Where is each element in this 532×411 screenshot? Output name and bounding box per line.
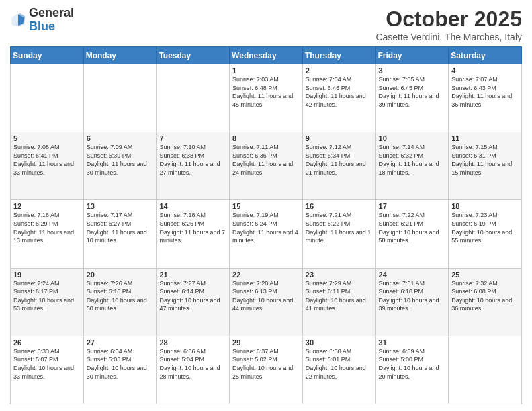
- day-number: 25: [451, 271, 519, 279]
- day-info: Sunrise: 7:17 AM Sunset: 6:27 PM Dayligh…: [87, 211, 154, 244]
- sunrise-text: Sunrise: 6:39 AM: [379, 348, 425, 355]
- daylight-text: Daylight: 10 hours and 44 minutes.: [232, 297, 293, 312]
- day-number: 20: [87, 271, 154, 279]
- day-number: 19: [13, 271, 81, 279]
- sunset-text: Sunset: 6:19 PM: [451, 220, 496, 227]
- month-title: October 2025: [375, 7, 522, 32]
- day-info: Sunrise: 7:28 AM Sunset: 6:13 PM Dayligh…: [232, 279, 300, 313]
- sunset-text: Sunset: 6:13 PM: [232, 288, 277, 295]
- day-number: 27: [87, 338, 154, 347]
- sunset-text: Sunset: 6:29 PM: [13, 220, 58, 227]
- location: Casette Verdini, The Marches, Italy: [375, 32, 522, 42]
- day-info: Sunrise: 7:19 AM Sunset: 6:24 PM Dayligh…: [232, 211, 300, 244]
- sunrise-text: Sunrise: 6:38 AM: [306, 348, 352, 355]
- sunset-text: Sunset: 6:22 PM: [306, 220, 351, 227]
- table-row: 23 Sunrise: 7:29 AM Sunset: 6:11 PM Dayl…: [302, 268, 375, 336]
- sunrise-text: Sunrise: 7:05 AM: [379, 76, 425, 83]
- calendar-header-row: Sunday Monday Tuesday Wednesday Thursday…: [11, 47, 522, 64]
- sunset-text: Sunset: 6:45 PM: [379, 85, 424, 91]
- day-number: 22: [232, 271, 300, 279]
- day-number: 14: [159, 202, 226, 210]
- daylight-text: Daylight: 11 hours and 13 minutes.: [13, 229, 74, 244]
- sunset-text: Sunset: 6:10 PM: [379, 288, 424, 295]
- day-info: Sunrise: 7:05 AM Sunset: 6:45 PM Dayligh…: [379, 75, 446, 109]
- sunrise-text: Sunrise: 6:33 AM: [13, 348, 60, 355]
- daylight-text: Daylight: 11 hours and 45 minutes.: [232, 93, 293, 108]
- day-info: Sunrise: 7:16 AM Sunset: 6:29 PM Dayligh…: [13, 211, 81, 244]
- sunrise-text: Sunrise: 7:14 AM: [379, 144, 425, 150]
- daylight-text: Daylight: 10 hours and 20 minutes.: [379, 365, 439, 380]
- sunrise-text: Sunrise: 7:32 AM: [451, 280, 498, 287]
- table-row: 13 Sunrise: 7:17 AM Sunset: 6:27 PM Dayl…: [83, 200, 157, 268]
- table-row: 26 Sunrise: 6:33 AM Sunset: 5:07 PM Dayl…: [11, 336, 84, 404]
- daylight-text: Daylight: 11 hours and 10 minutes.: [87, 229, 147, 244]
- day-info: Sunrise: 7:23 AM Sunset: 6:19 PM Dayligh…: [451, 211, 519, 244]
- sunrise-text: Sunrise: 7:28 AM: [232, 280, 279, 287]
- col-tuesday: Tuesday: [157, 47, 230, 64]
- table-row: 31 Sunrise: 6:39 AM Sunset: 5:00 PM Dayl…: [375, 336, 449, 404]
- sunset-text: Sunset: 5:01 PM: [306, 356, 351, 363]
- sunset-text: Sunset: 6:41 PM: [13, 152, 58, 159]
- table-row: [83, 64, 157, 132]
- calendar-week-row: 1 Sunrise: 7:03 AM Sunset: 6:48 PM Dayli…: [11, 64, 522, 132]
- sunrise-text: Sunrise: 7:21 AM: [306, 212, 352, 218]
- day-info: Sunrise: 7:03 AM Sunset: 6:48 PM Dayligh…: [232, 75, 300, 109]
- sunset-text: Sunset: 6:36 PM: [232, 152, 277, 159]
- day-info: Sunrise: 7:09 AM Sunset: 6:39 PM Dayligh…: [87, 143, 154, 177]
- sunrise-text: Sunrise: 7:03 AM: [232, 76, 279, 83]
- table-row: 11 Sunrise: 7:15 AM Sunset: 6:31 PM Dayl…: [449, 132, 522, 200]
- day-info: Sunrise: 7:11 AM Sunset: 6:36 PM Dayligh…: [232, 143, 300, 177]
- sunset-text: Sunset: 6:08 PM: [451, 288, 496, 295]
- sunrise-text: Sunrise: 7:22 AM: [379, 212, 425, 218]
- table-row: 12 Sunrise: 7:16 AM Sunset: 6:29 PM Dayl…: [11, 200, 84, 268]
- daylight-text: Daylight: 11 hours and 1 minute.: [306, 229, 371, 244]
- day-info: Sunrise: 7:14 AM Sunset: 6:32 PM Dayligh…: [379, 143, 446, 177]
- col-monday: Monday: [83, 47, 157, 64]
- table-row: 29 Sunrise: 6:37 AM Sunset: 5:02 PM Dayl…: [230, 336, 303, 404]
- table-row: 15 Sunrise: 7:19 AM Sunset: 6:24 PM Dayl…: [230, 200, 303, 268]
- day-number: 3: [379, 66, 446, 75]
- sunrise-text: Sunrise: 7:11 AM: [232, 144, 279, 150]
- sunrise-text: Sunrise: 7:17 AM: [87, 212, 133, 218]
- day-info: Sunrise: 7:32 AM Sunset: 6:08 PM Dayligh…: [451, 279, 519, 313]
- sunset-text: Sunset: 6:16 PM: [87, 288, 132, 295]
- calendar-week-row: 26 Sunrise: 6:33 AM Sunset: 5:07 PM Dayl…: [11, 336, 522, 404]
- sunrise-text: Sunrise: 6:37 AM: [232, 348, 279, 355]
- day-info: Sunrise: 6:37 AM Sunset: 5:02 PM Dayligh…: [232, 347, 300, 381]
- sunset-text: Sunset: 5:04 PM: [159, 356, 204, 363]
- daylight-text: Daylight: 10 hours and 50 minutes.: [87, 297, 147, 312]
- daylight-text: Daylight: 10 hours and 25 minutes.: [232, 365, 293, 380]
- sunset-text: Sunset: 6:39 PM: [87, 152, 132, 159]
- daylight-text: Daylight: 10 hours and 58 minutes.: [379, 229, 439, 244]
- table-row: 22 Sunrise: 7:28 AM Sunset: 6:13 PM Dayl…: [230, 268, 303, 336]
- sunset-text: Sunset: 5:00 PM: [379, 356, 424, 363]
- table-row: [157, 64, 230, 132]
- day-number: 6: [87, 134, 154, 142]
- day-number: 9: [306, 134, 373, 142]
- table-row: 10 Sunrise: 7:14 AM Sunset: 6:32 PM Dayl…: [375, 132, 449, 200]
- day-number: 23: [306, 271, 373, 279]
- daylight-text: Daylight: 10 hours and 41 minutes.: [306, 297, 366, 312]
- daylight-text: Daylight: 10 hours and 30 minutes.: [87, 365, 147, 380]
- page: General Blue October 2025 Casette Verdin…: [0, 0, 532, 411]
- sunrise-text: Sunrise: 7:19 AM: [232, 212, 279, 218]
- table-row: 6 Sunrise: 7:09 AM Sunset: 6:39 PM Dayli…: [83, 132, 157, 200]
- sunrise-text: Sunrise: 7:31 AM: [379, 280, 425, 287]
- daylight-text: Daylight: 11 hours and 21 minutes.: [306, 161, 366, 176]
- day-number: 28: [159, 338, 226, 347]
- sunrise-text: Sunrise: 7:16 AM: [13, 212, 60, 218]
- table-row: 8 Sunrise: 7:11 AM Sunset: 6:36 PM Dayli…: [230, 132, 303, 200]
- calendar-week-row: 19 Sunrise: 7:24 AM Sunset: 6:17 PM Dayl…: [11, 268, 522, 336]
- day-number: 17: [379, 202, 446, 210]
- table-row: [449, 336, 522, 404]
- table-row: 28 Sunrise: 6:36 AM Sunset: 5:04 PM Dayl…: [157, 336, 230, 404]
- sunset-text: Sunset: 6:11 PM: [306, 288, 351, 295]
- daylight-text: Daylight: 10 hours and 55 minutes.: [451, 229, 512, 244]
- day-info: Sunrise: 7:04 AM Sunset: 6:46 PM Dayligh…: [306, 75, 373, 109]
- day-info: Sunrise: 7:07 AM Sunset: 6:43 PM Dayligh…: [451, 75, 519, 109]
- day-number: 31: [379, 338, 446, 347]
- day-info: Sunrise: 7:26 AM Sunset: 6:16 PM Dayligh…: [87, 279, 154, 313]
- sunrise-text: Sunrise: 7:08 AM: [13, 144, 60, 150]
- sunrise-text: Sunrise: 7:26 AM: [87, 280, 133, 287]
- sunset-text: Sunset: 6:34 PM: [306, 152, 351, 159]
